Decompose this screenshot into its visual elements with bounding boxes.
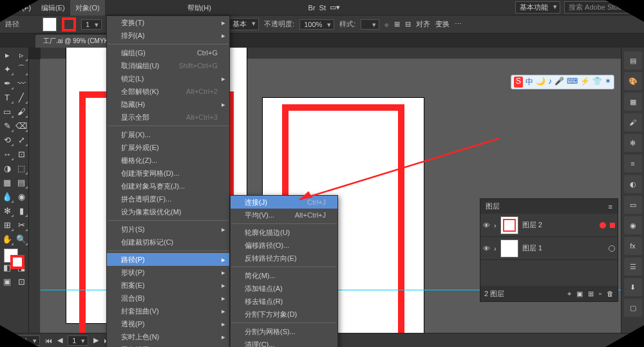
screen-mode-icon[interactable]: ▣ bbox=[0, 274, 14, 288]
curvature-tool[interactable]: 〰 bbox=[14, 76, 28, 90]
ime-keyboard-icon[interactable]: ⌨ bbox=[567, 77, 578, 88]
visibility-icon[interactable]: 👁 bbox=[483, 245, 490, 252]
expand-icon[interactable]: › bbox=[494, 245, 497, 252]
workspace-switcher[interactable]: 基本功能 bbox=[515, 1, 560, 14]
menu-item[interactable]: 创建裁切标记(C) bbox=[107, 236, 229, 249]
menu-item[interactable]: 锁定(L) bbox=[107, 72, 229, 85]
eraser-tool[interactable]: ⌫ bbox=[14, 118, 28, 133]
menu-item[interactable]: 图案(E) bbox=[107, 279, 229, 292]
ime-skin-icon[interactable]: 👕 bbox=[592, 77, 602, 88]
ime-tool-icon[interactable]: ✶ bbox=[605, 77, 611, 88]
ruler-vertical[interactable] bbox=[29, 59, 41, 333]
align-icon[interactable]: ⊞ bbox=[394, 20, 400, 28]
bridge-icon[interactable]: Br bbox=[308, 4, 316, 12]
menu-item[interactable]: 路径(P) bbox=[107, 253, 229, 266]
locate-icon[interactable]: ⌖ bbox=[567, 290, 571, 298]
ime-logo-icon[interactable]: S bbox=[514, 77, 523, 88]
menu-item[interactable]: 设为像素级优化(M) bbox=[107, 205, 229, 218]
fill-swatch[interactable] bbox=[43, 17, 57, 32]
menu-help[interactable]: 帮助(H) bbox=[182, 0, 216, 15]
stroke-weight[interactable]: 1 bbox=[81, 19, 102, 30]
visibility-icon[interactable]: 👁 bbox=[483, 221, 490, 229]
clip-icon[interactable]: ▣ bbox=[576, 290, 583, 298]
menu-item[interactable]: 编组(G)Ctrl+G bbox=[107, 46, 229, 59]
free-transform-tool[interactable]: ⊡ bbox=[14, 147, 28, 161]
panel-graphic-icon[interactable]: fx bbox=[624, 237, 642, 255]
hand-tool[interactable]: ✋ bbox=[0, 232, 14, 246]
menu-item[interactable]: 排列(A) bbox=[107, 29, 229, 42]
menu-item[interactable]: 平均(V)...Alt+Ctrl+J bbox=[231, 209, 337, 221]
ime-bolt-icon[interactable]: ⚡ bbox=[580, 77, 590, 88]
blend-tool[interactable]: ◉ bbox=[14, 189, 28, 203]
panel-trans-icon[interactable]: ▭ bbox=[624, 196, 642, 214]
rotate-tool[interactable]: ⟲ bbox=[0, 133, 14, 147]
menu-item[interactable]: 连接(J)Ctrl+J bbox=[231, 196, 337, 209]
align-label[interactable]: 对齐 bbox=[416, 19, 430, 29]
panel-artboard-icon[interactable]: ▢ bbox=[624, 299, 642, 317]
menu-item[interactable]: 拼合透明度(F)... bbox=[107, 192, 229, 205]
menu-item[interactable]: 简化(M)... bbox=[231, 269, 337, 282]
shape-icon[interactable]: ⊟ bbox=[405, 20, 411, 28]
pen-tool[interactable]: ✒ bbox=[0, 76, 14, 90]
ime-moon-icon[interactable]: 🌙 bbox=[536, 77, 545, 88]
layer-target-icon[interactable] bbox=[609, 245, 615, 252]
menu-item[interactable]: 切片(S) bbox=[107, 223, 229, 236]
shape-builder-tool[interactable]: ◑ bbox=[0, 161, 14, 175]
menu-item[interactable]: 移去锚点(R) bbox=[231, 295, 337, 308]
panel-swatch-icon[interactable]: ▦ bbox=[624, 93, 642, 111]
symbol-spray-tool[interactable]: ✻ bbox=[0, 203, 14, 218]
scale-tool[interactable]: ⤢ bbox=[14, 133, 28, 147]
arrange-icon[interactable]: ▭▾ bbox=[330, 3, 340, 12]
layer-name[interactable]: 图层 1 bbox=[522, 243, 542, 253]
brush-tool[interactable]: 🖌 bbox=[14, 104, 28, 118]
menu-item[interactable]: 反转路径方向(E) bbox=[231, 252, 337, 265]
mesh-tool[interactable]: ▦ bbox=[0, 175, 14, 189]
stroke-proxy[interactable] bbox=[10, 255, 24, 269]
direct-select-tool[interactable]: ▹ bbox=[14, 48, 28, 62]
opacity-value[interactable]: 100% bbox=[299, 19, 334, 30]
menu-item[interactable]: 隐藏(H) bbox=[107, 98, 229, 111]
panel-stroke-icon[interactable]: ≡ bbox=[624, 155, 642, 173]
stock-icon[interactable]: St bbox=[319, 4, 326, 12]
menu-item[interactable]: 栅格化(Z)... bbox=[107, 154, 229, 167]
change-screen-icon[interactable]: ⊡ bbox=[14, 274, 28, 288]
artboard-tool[interactable]: ⊞ bbox=[0, 218, 14, 232]
trash-icon[interactable]: 🗑 bbox=[607, 290, 614, 297]
more-icon[interactable]: ⋯ bbox=[455, 20, 462, 28]
menu-item[interactable]: 封套扭曲(V) bbox=[107, 305, 229, 317]
layer-row[interactable]: 👁 › 图层 1 bbox=[480, 237, 618, 260]
layer-name[interactable]: 图层 2 bbox=[522, 220, 542, 230]
menu-item[interactable]: 混合(B) bbox=[107, 292, 229, 305]
rectangle-tool[interactable]: ▭ bbox=[0, 104, 14, 118]
shaper-tool[interactable]: ✎ bbox=[0, 118, 14, 133]
panel-prop-icon[interactable]: ▤ bbox=[624, 52, 642, 70]
menu-object[interactable]: 对象(O) bbox=[70, 0, 105, 15]
zoom-tool[interactable]: 🔍 bbox=[14, 232, 28, 246]
slice-tool[interactable]: ✂ bbox=[14, 218, 28, 232]
gradient-tool[interactable]: ▤ bbox=[14, 175, 28, 189]
panel-brush-icon[interactable]: 🖌 bbox=[624, 113, 642, 131]
layers-panel-header[interactable]: 图层 ≡ bbox=[480, 199, 618, 214]
menu-item[interactable]: 轮廓化描边(U) bbox=[231, 226, 337, 239]
menu-item[interactable]: 偏移路径(O)... bbox=[231, 239, 337, 252]
menu-item[interactable]: 形状(P) bbox=[107, 266, 229, 279]
layer-row[interactable]: 👁 › 图层 2 bbox=[480, 214, 618, 237]
menu-item[interactable]: 图像描摹 bbox=[107, 343, 229, 347]
graph-tool[interactable]: ▮ bbox=[14, 203, 28, 218]
type-tool[interactable]: T bbox=[0, 90, 14, 104]
layer-target-icon[interactable] bbox=[600, 222, 606, 229]
panel-symbol-icon[interactable]: ✻ bbox=[624, 134, 642, 152]
menu-item[interactable]: 扩展(X)... bbox=[107, 128, 229, 141]
menu-item[interactable]: 变换(T) bbox=[107, 16, 229, 29]
panel-menu-icon[interactable]: ≡ bbox=[609, 203, 612, 211]
lasso-tool[interactable]: ⌒ bbox=[14, 62, 28, 76]
menu-item[interactable]: 添加锚点(A) bbox=[231, 282, 337, 295]
eyedropper-tool[interactable]: 💧 bbox=[0, 189, 14, 203]
panel-appear-icon[interactable]: ◉ bbox=[624, 216, 642, 234]
artboard-nav-first-icon[interactable]: ⏮ bbox=[45, 337, 52, 344]
ime-lang-icon[interactable]: 中 bbox=[526, 77, 533, 88]
new-sublayer-icon[interactable]: ⊞ bbox=[588, 290, 594, 298]
panel-asset-icon[interactable]: ⬇ bbox=[624, 278, 642, 296]
menu-item[interactable]: 清理(C)... bbox=[231, 338, 337, 347]
menu-item[interactable]: 分割为网格(S)... bbox=[231, 325, 337, 338]
